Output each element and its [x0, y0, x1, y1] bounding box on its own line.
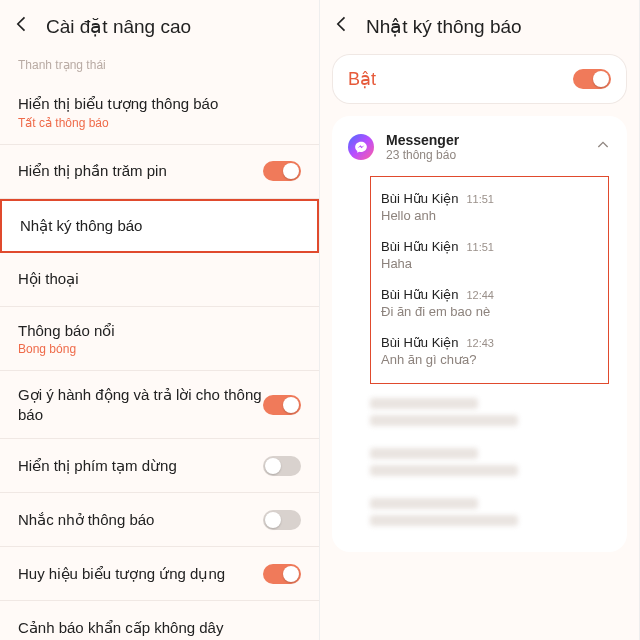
- settings-row[interactable]: Hiển thị biểu tượng thông báoTất cả thôn…: [0, 80, 319, 145]
- message-body: Hello anh: [381, 208, 598, 223]
- blurred-item: [370, 390, 609, 434]
- row-toggle[interactable]: [263, 564, 301, 584]
- back-icon[interactable]: [12, 14, 32, 38]
- notification-item[interactable]: Bùi Hữu Kiện11:51Hello anh: [381, 185, 598, 233]
- message-body: Anh ăn gì chưa?: [381, 352, 598, 367]
- notification-item[interactable]: Bùi Hữu Kiện12:43Anh ăn gì chưa?: [381, 329, 598, 377]
- row-label: Gợi ý hành động và trả lời cho thông báo: [18, 385, 263, 424]
- messenger-icon: [348, 134, 374, 160]
- row-toggle[interactable]: [263, 161, 301, 181]
- settings-row[interactable]: Hiển thị phần trăm pin: [0, 145, 319, 199]
- row-toggle[interactable]: [263, 510, 301, 530]
- row-label: Nhắc nhở thông báo: [18, 510, 263, 530]
- timestamp: 11:51: [466, 241, 494, 253]
- group-count: 23 thông báo: [386, 148, 583, 162]
- notification-item[interactable]: Bùi Hữu Kiện11:51Haha: [381, 233, 598, 281]
- header: Nhật ký thông báo: [320, 0, 639, 48]
- settings-row[interactable]: Cảnh báo khẩn cấp không dây: [0, 601, 319, 640]
- row-label: Hiển thị phím tạm dừng: [18, 456, 263, 476]
- message-body: Đi ăn đi em bao nè: [381, 304, 598, 319]
- section-label: Thanh trạng thái: [0, 48, 319, 80]
- notification-group-card: Messenger 23 thông báo Bùi Hữu Kiện11:51…: [332, 116, 627, 552]
- back-icon[interactable]: [332, 14, 352, 38]
- master-toggle[interactable]: [573, 69, 611, 89]
- row-label: Thông báo nổi: [18, 321, 301, 341]
- master-toggle-card[interactable]: Bật: [332, 54, 627, 104]
- master-toggle-label: Bật: [348, 68, 376, 90]
- timestamp: 12:43: [466, 337, 494, 349]
- row-label: Hội thoại: [18, 269, 301, 289]
- page-title: Cài đặt nâng cao: [46, 15, 191, 38]
- row-label: Huy hiệu biểu tượng ứng dụng: [18, 564, 263, 584]
- highlighted-messages: Bùi Hữu Kiện11:51Hello anhBùi Hữu Kiện11…: [370, 176, 609, 384]
- row-sublabel: Bong bóng: [18, 342, 301, 356]
- settings-row[interactable]: Huy hiệu biểu tượng ứng dụng: [0, 547, 319, 601]
- page-title: Nhật ký thông báo: [366, 15, 522, 38]
- settings-row[interactable]: Hiển thị phím tạm dừng: [0, 439, 319, 493]
- settings-list: Hiển thị biểu tượng thông báoTất cả thôn…: [0, 80, 319, 640]
- timestamp: 12:44: [466, 289, 494, 301]
- message-body: Haha: [381, 256, 598, 271]
- row-toggle[interactable]: [263, 456, 301, 476]
- header: Cài đặt nâng cao: [0, 0, 319, 48]
- row-label: Hiển thị phần trăm pin: [18, 161, 263, 181]
- notification-item[interactable]: Bùi Hữu Kiện12:44Đi ăn đi em bao nè: [381, 281, 598, 329]
- group-header[interactable]: Messenger 23 thông báo: [332, 128, 627, 172]
- settings-row[interactable]: Thông báo nổiBong bóng: [0, 307, 319, 372]
- row-toggle[interactable]: [263, 395, 301, 415]
- settings-row[interactable]: Nhật ký thông báo: [0, 199, 319, 253]
- group-app-name: Messenger: [386, 132, 583, 148]
- blurred-item: [370, 440, 609, 484]
- sender-name: Bùi Hữu Kiện: [381, 191, 458, 206]
- settings-advanced-screen: Cài đặt nâng cao Thanh trạng thái Hiển t…: [0, 0, 320, 640]
- row-label: Cảnh báo khẩn cấp không dây: [18, 618, 301, 638]
- chevron-up-icon[interactable]: [595, 137, 611, 157]
- settings-row[interactable]: Gợi ý hành động và trả lời cho thông báo: [0, 371, 319, 439]
- sender-name: Bùi Hữu Kiện: [381, 335, 458, 350]
- sender-name: Bùi Hữu Kiện: [381, 239, 458, 254]
- sender-name: Bùi Hữu Kiện: [381, 287, 458, 302]
- settings-row[interactable]: Nhắc nhở thông báo: [0, 493, 319, 547]
- row-sublabel: Tất cả thông báo: [18, 116, 301, 130]
- settings-row[interactable]: Hội thoại: [0, 253, 319, 307]
- row-label: Hiển thị biểu tượng thông báo: [18, 94, 301, 114]
- blurred-item: [370, 490, 609, 534]
- row-label: Nhật ký thông báo: [20, 216, 299, 236]
- timestamp: 11:51: [466, 193, 494, 205]
- notification-log-screen: Nhật ký thông báo Bật Messenger 23 thông…: [320, 0, 640, 640]
